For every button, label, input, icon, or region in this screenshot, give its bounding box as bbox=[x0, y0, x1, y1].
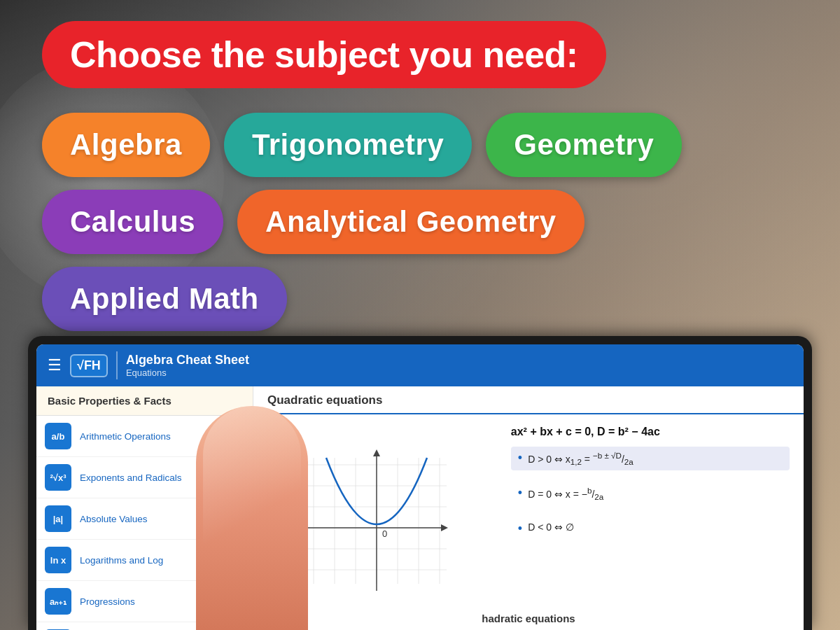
exponents-label: Exponents and Radicals bbox=[80, 472, 182, 483]
menu-icon[interactable]: ☰ bbox=[48, 356, 62, 374]
calculus-button[interactable]: Calculus bbox=[42, 190, 223, 254]
absolute-icon: |a| bbox=[45, 505, 71, 532]
analytical-geometry-button[interactable]: Analytical Geometry bbox=[237, 190, 584, 254]
svg-marker-15 bbox=[373, 449, 380, 456]
app-subtitle: Equations bbox=[126, 368, 249, 378]
formula-main: ax² + bx + c = 0, D = b² − 4ac bbox=[511, 426, 790, 438]
thumb-overlay bbox=[196, 406, 308, 630]
content-body: 0 ax² + bx + c = 0, D = b² − 4ac • D > 0… bbox=[253, 414, 804, 626]
formula-area: ax² + bx + c = 0, D = b² − 4ac • D > 0 ⇔… bbox=[504, 421, 797, 620]
formula-item-d-positive: • D > 0 ⇔ x1,2 = −b ± √D/2a bbox=[511, 447, 790, 470]
svg-marker-16 bbox=[441, 524, 448, 531]
bullet-3: • bbox=[518, 522, 522, 537]
app-logo: √FH bbox=[70, 354, 108, 377]
arithmetic-label: Arithmetic Operations bbox=[80, 431, 171, 442]
header-divider bbox=[116, 351, 118, 379]
header-title: Choose the subject you need: bbox=[70, 34, 578, 75]
app-title-block: Algebra Cheat Sheet Equations bbox=[126, 353, 249, 378]
parabola-graph: 0 bbox=[300, 444, 454, 598]
geometry-button[interactable]: Geometry bbox=[486, 113, 682, 177]
svg-text:0: 0 bbox=[382, 528, 387, 539]
subject-row-3: Applied Math bbox=[42, 267, 798, 331]
log-icon: ln x bbox=[45, 547, 71, 573]
subject-row-1: Algebra Trigonometry Geometry bbox=[42, 113, 798, 177]
bullet-2: • bbox=[518, 486, 522, 501]
algebra-button[interactable]: Algebra bbox=[42, 113, 210, 177]
bullet-1: • bbox=[518, 451, 522, 466]
formula-item-d-zero: • D = 0 ⇔ x = −b/2a bbox=[511, 482, 790, 505]
subject-row-2: Calculus Analytical Geometry bbox=[42, 190, 798, 254]
section-title: Quadratic equations bbox=[253, 386, 804, 414]
applied-math-button[interactable]: Applied Math bbox=[42, 267, 287, 331]
bottom-label: hadratic equations bbox=[482, 612, 575, 624]
formula-item-d-negative: • D < 0 ⇔ ∅ bbox=[511, 517, 790, 541]
formula-d-negative: D < 0 ⇔ ∅ bbox=[528, 522, 574, 533]
sidebar-header: Basic Properties & Facts bbox=[36, 386, 253, 416]
app-title: Algebra Cheat Sheet bbox=[126, 353, 249, 368]
device-frame: ☰ √FH Algebra Cheat Sheet Equations Basi… bbox=[28, 336, 812, 630]
log-label: Logarithms and Log bbox=[80, 555, 163, 566]
header-banner: Choose the subject you need: bbox=[42, 21, 606, 88]
arithmetic-icon: a/b bbox=[45, 423, 71, 449]
absolute-label: Absolute Values bbox=[80, 514, 148, 524]
progressions-icon: aₙ₊₁ bbox=[45, 588, 71, 615]
device-screen: ☰ √FH Algebra Cheat Sheet Equations Basi… bbox=[36, 344, 804, 630]
trigonometry-button[interactable]: Trigonometry bbox=[224, 113, 472, 177]
top-section: Choose the subject you need: Algebra Tri… bbox=[0, 0, 840, 357]
formula-d-positive: D > 0 ⇔ x1,2 = −b ± √D/2a bbox=[528, 451, 634, 466]
app-header: ☰ √FH Algebra Cheat Sheet Equations bbox=[36, 344, 804, 386]
progressions-label: Progressions bbox=[80, 596, 135, 607]
formula-d-zero: D = 0 ⇔ x = −b/2a bbox=[528, 486, 603, 501]
main-content: Quadratic equations bbox=[253, 386, 804, 630]
content-area: Basic Properties & Facts a/b Arithmetic … bbox=[36, 386, 804, 630]
exponents-icon: ²√x³ bbox=[45, 464, 71, 491]
subject-buttons: Algebra Trigonometry Geometry Calculus A… bbox=[42, 113, 798, 331]
